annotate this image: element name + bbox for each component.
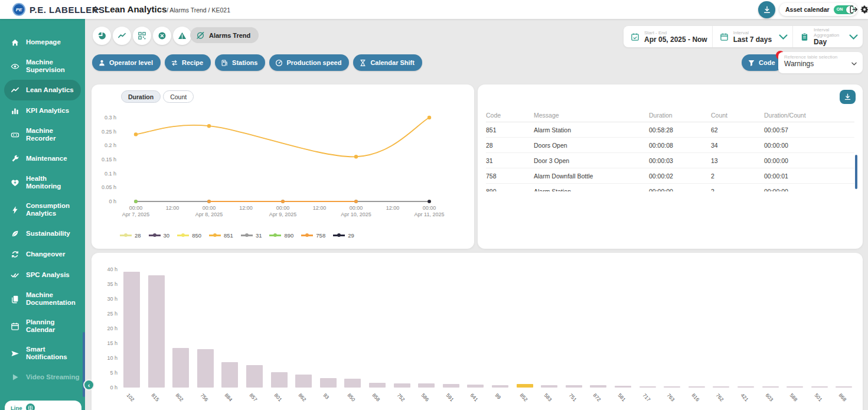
legend-item-850[interactable]: 850 [177,232,201,239]
sidebar-item-health-monitoring[interactable]: Health Monitoring [0,169,85,196]
legend-item-29[interactable]: 29 [333,232,354,239]
legend-item-30[interactable]: 30 [149,232,170,239]
tab-count[interactable]: Count [163,90,194,103]
view-button-warning-triangle[interactable] [173,27,191,45]
code-filter-button[interactable]: Code 8 [742,54,783,71]
speedometer-icon [275,59,283,67]
bar-717 [639,386,656,388]
legend-marker [301,235,313,236]
sidebar-item-label: Maintenance [26,155,67,162]
sidebar-item-label: Smart Notifications [26,346,81,361]
sidebar-item-maintenance[interactable]: Maintenance [0,148,85,169]
sidebar-item-machine-documentation[interactable]: Machine Documentation [0,285,85,313]
filter-button-stations[interactable]: Stations [215,54,265,71]
view-button-pie-chart[interactable] [93,27,111,45]
sidebar-item-consumption-analytics[interactable]: Consumption Analytics [0,196,85,223]
view-button-grid-percent[interactable] [133,27,151,45]
bar-x-label: 591 [445,392,455,402]
filter-button-calendar-shift[interactable]: Calendar Shift [353,54,422,71]
tab-duration[interactable]: Duration [121,90,161,103]
line-selector-card[interactable]: Line KE021 [5,401,81,410]
trend-line-icon [118,31,126,40]
legend-item-31[interactable]: 31 [241,232,262,239]
sidebar-item-label: Machine Recorder [26,127,81,142]
legend-label: 31 [256,232,262,239]
sidebar-item-planning-calendar[interactable]: Planning Calendar [0,313,85,340]
control-start-end[interactable]: Start - EndApr 05, 2025 - Now [624,26,712,47]
bar-x-label: 801 [273,392,283,402]
table-row[interactable]: 31Door 3 Open00:00:031300:00:00 [486,153,854,168]
sidebar-item-machine-recorder[interactable]: Machine Recorder [0,121,85,148]
bar-y-tick: 5 h [96,370,118,376]
legend-item-851[interactable]: 851 [209,232,233,239]
legend-item-758[interactable]: 758 [301,232,325,239]
sidebar-item-spc-analysis[interactable]: SPC Analysis [0,265,85,285]
alarms-bar-chart: 0 h5 h10 h15 h20 h25 h30 h35 h40 h102815… [96,267,859,410]
legend-item-28[interactable]: 28 [120,232,141,239]
back-arrow-icon[interactable] [92,5,101,14]
svg-text:00:00: 00:00 [423,205,436,211]
table-scrollbar[interactable] [855,155,857,189]
table-row[interactable]: 890Alarm Station00:00:00200:00:00 [486,184,854,191]
table-download-button[interactable] [840,90,856,104]
bar-x-label: 102 [126,392,136,402]
reference-table-value: Warnings [784,60,814,68]
bar-x-label: 588 [789,392,799,402]
table-cell: 00:00:00 [764,188,854,192]
table-cell: 00:00:03 [649,157,711,164]
view-button-trend-line[interactable] [113,27,131,45]
bar-x-label: 862 [298,392,308,402]
sidebar-item-label: Consumption Analytics [26,202,81,217]
sidebar-item-kpi-analytics[interactable]: KPI Analytics [0,100,85,121]
sidebar-item-machine-supervision[interactable]: Machine Supervision [0,53,85,80]
settings-gear-icon[interactable] [860,5,868,14]
sidebar-menu: HomepageMachine SupervisionLean Analytic… [0,19,85,388]
sidebar-item-lean-analytics[interactable]: Lean Analytics [4,80,81,100]
column-header: Code [486,112,534,119]
bar-x-label: 99 [494,392,502,401]
date-controls: Start - EndApr 05, 2025 - NowIntervalLas… [624,26,863,47]
recorder-icon [11,131,19,139]
sidebar-item-smart-notifications[interactable]: Smart Notifications [0,340,85,367]
table-cell: 890 [486,188,534,192]
control-value: Last 7 days [733,35,772,44]
sidebar-item-label: Sustainability [26,230,70,237]
filter-button-operator-level[interactable]: Operator level [92,54,161,71]
control-interval[interactable]: IntervalLast 7 days [712,26,792,47]
filter-button-label: Operator level [109,59,153,66]
code-filter-label: Code [759,59,775,66]
bar-x-label: 586 [420,392,430,402]
bar-99 [492,385,508,388]
machine-icon [26,404,35,410]
filter-button-recipe[interactable]: Recipe [165,54,211,71]
sidebar-item-sustainability[interactable]: Sustainability [0,223,85,244]
chart-legend: 28308508513189075829 [120,232,354,239]
bar-641 [467,385,484,388]
sidebar-item-changeover[interactable]: Changeover [0,244,85,265]
table-row[interactable]: 851Alarm Station00:58:286200:00:57 [486,122,854,138]
sidebar-item-video-streaming[interactable]: Video Streaming [0,367,85,388]
control-interval-aggregation[interactable]: Interval AggregationDay [792,26,863,47]
bar-868 [836,386,852,388]
sidebar-item-homepage[interactable]: Homepage [0,32,85,53]
reference-table-select[interactable]: Reference table selection Warnings [778,52,863,73]
column-header: Message [534,112,649,119]
view-button-close-circle[interactable] [153,27,171,45]
line-label: Line [11,405,22,410]
trend-icon [11,86,19,95]
svg-text:12:00: 12:00 [166,205,180,211]
filter-button-production-speed[interactable]: Production speed [269,54,349,71]
logout-icon[interactable] [849,5,859,14]
bar-850 [344,379,361,388]
bar-x-label: 501 [813,392,823,402]
legend-label: 758 [316,232,325,239]
table-row[interactable]: 28Doors Open00:00:083400:00:00 [486,138,854,153]
global-download-button[interactable] [758,1,775,18]
legend-item-890[interactable]: 890 [269,232,293,239]
active-view-alarms-trend[interactable]: Alarms Trend [190,27,259,43]
filter-row: Operator levelRecipeStationsProduction s… [92,54,422,71]
sidebar-collapse-button[interactable]: ‹ [83,379,94,391]
table-row[interactable]: 758Alarm Downfall Bottle00:00:02200:00:0… [486,168,854,184]
table-cell: 758 [486,173,534,180]
bar-y-tick: 10 h [96,355,118,361]
